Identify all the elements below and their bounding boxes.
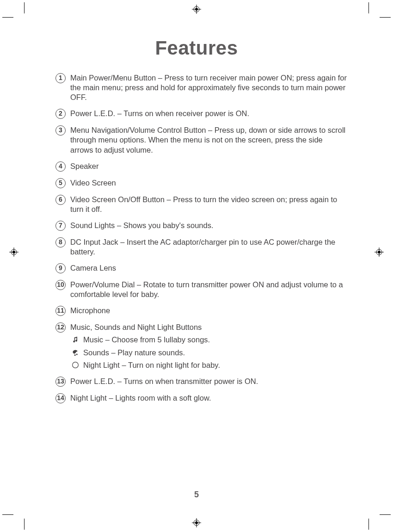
page-title: Features (46, 37, 347, 59)
crop-mark (380, 17, 391, 18)
feature-description: DC Input Jack – Insert the AC adaptor/ch… (70, 237, 347, 257)
feature-description: Main Power/Menu Button – Press to turn r… (70, 73, 347, 102)
feature-description: Night Light – Lights room with a soft gl… (70, 393, 347, 403)
feature-number-badge: 4 (55, 161, 66, 172)
feature-number-badge: 3 (55, 125, 66, 136)
crop-mark (2, 17, 13, 18)
feature-sub-text: Night Light – Turn on night light for ba… (83, 360, 220, 370)
svg-point-18 (73, 362, 79, 368)
page-number: 5 (0, 490, 393, 500)
crop-mark (368, 2, 369, 13)
feature-number-badge: 12 (55, 322, 66, 333)
feature-number-badge: 11 (55, 306, 66, 316)
night-light-icon (71, 361, 80, 369)
feature-number-badge: 1 (55, 73, 66, 83)
feature-description: Video Screen On/Off Button – Press to tu… (70, 195, 347, 214)
feature-text: DC Input Jack – Insert the AC adaptor/ch… (70, 237, 347, 257)
feature-number-badge: 8 (55, 237, 66, 247)
feature-item: 3Menu Navigation/Volume Control Button –… (55, 125, 347, 155)
registration-mark-icon (9, 247, 18, 257)
feature-text: Video Screen (70, 178, 347, 188)
feature-text: Main Power/Menu Button – Press to turn r… (70, 73, 347, 102)
feature-item: 14Night Light – Lights room with a soft … (55, 393, 347, 403)
feature-sub-item: Sounds – Play nature sounds. (71, 348, 347, 358)
crop-mark (2, 514, 13, 515)
feature-number-badge: 9 (55, 263, 66, 273)
feature-number-badge: 5 (55, 178, 66, 188)
feature-item: 10Power/Volume Dial – Rotate to turn tra… (55, 280, 347, 299)
feature-text: Power L.E.D. – Turns on when receiver po… (70, 109, 347, 118)
feature-item: 2Power L.E.D. – Turns on when receiver p… (55, 109, 347, 119)
feature-description: Power L.E.D. – Turns on when receiver po… (70, 109, 347, 118)
feature-item: 1Main Power/Menu Button – Press to turn … (55, 73, 347, 102)
feature-text: Power L.E.D. – Turns on when transmitter… (70, 377, 347, 386)
sounds-icon (71, 348, 80, 357)
feature-text: Sound Lights – Shows you baby's sounds. (70, 221, 347, 230)
feature-description: Menu Navigation/Volume Control Button – … (70, 125, 347, 155)
feature-description: Microphone (70, 306, 347, 315)
feature-item: 8DC Input Jack – Insert the AC adaptor/c… (55, 237, 347, 257)
feature-number-badge: 13 (55, 377, 66, 387)
svg-point-16 (76, 353, 78, 355)
feature-sub-text: Music – Choose from 5 lullaby songs. (83, 335, 210, 345)
feature-description: Power L.E.D. – Turns on when transmitter… (70, 377, 347, 386)
feature-description: Camera Lens (70, 263, 347, 273)
feature-text: Power/Volume Dial – Rotate to turn trans… (70, 280, 347, 299)
crop-mark (368, 519, 369, 530)
crop-mark (24, 519, 25, 530)
feature-number-badge: 14 (55, 393, 66, 403)
feature-item: 11Microphone (55, 306, 347, 316)
registration-mark-icon (192, 518, 201, 527)
feature-text: Night Light – Lights room with a soft gl… (70, 393, 347, 403)
feature-description: Video Screen (70, 178, 347, 188)
registration-mark-icon (192, 5, 201, 14)
feature-number-badge: 6 (55, 195, 66, 205)
crop-mark (380, 514, 391, 515)
feature-item: 9Camera Lens (55, 263, 347, 273)
feature-text: Speaker (70, 161, 347, 171)
feature-number-badge: 10 (55, 280, 66, 290)
music-icon (71, 336, 80, 344)
feature-description: Speaker (70, 161, 347, 171)
feature-item: 5Video Screen (55, 178, 347, 188)
feature-sub-text: Sounds – Play nature sounds. (83, 348, 185, 358)
feature-number-badge: 2 (55, 109, 66, 119)
feature-number-badge: 7 (55, 221, 66, 231)
feature-text: Microphone (70, 306, 347, 315)
registration-mark-icon (375, 247, 384, 257)
svg-point-17 (74, 354, 76, 356)
feature-description: Sound Lights – Shows you baby's sounds. (70, 221, 347, 230)
feature-description: Power/Volume Dial – Rotate to turn trans… (70, 280, 347, 299)
feature-item: 13Power L.E.D. – Turns on when transmitt… (55, 377, 347, 387)
feature-item: 6Video Screen On/Off Button – Press to t… (55, 195, 347, 214)
feature-description: Music, Sounds and Night Light Buttons (70, 322, 347, 332)
feature-text: Music, Sounds and Night Light ButtonsMus… (70, 322, 347, 370)
feature-text: Camera Lens (70, 263, 347, 273)
feature-list: 1Main Power/Menu Button – Press to turn … (46, 73, 347, 403)
feature-text: Video Screen On/Off Button – Press to tu… (70, 195, 347, 214)
feature-item: 12Music, Sounds and Night Light ButtonsM… (55, 322, 347, 370)
page-content: Features 1Main Power/Menu Button – Press… (46, 28, 347, 410)
feature-sub-item: Music – Choose from 5 lullaby songs. (71, 335, 347, 345)
feature-text: Menu Navigation/Volume Control Button – … (70, 125, 347, 155)
feature-sub-item: Night Light – Turn on night light for ba… (71, 360, 347, 370)
feature-item: 4Speaker (55, 161, 347, 172)
crop-mark (24, 2, 25, 13)
feature-item: 7Sound Lights – Shows you baby's sounds. (55, 221, 347, 231)
